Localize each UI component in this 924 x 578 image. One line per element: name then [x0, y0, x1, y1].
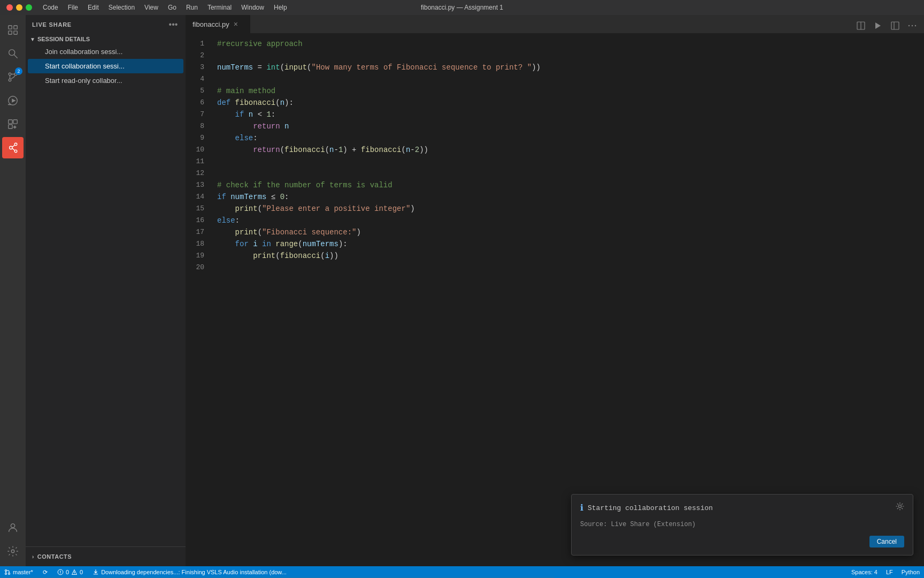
- line-num-2: 2: [186, 50, 209, 62]
- notification-title: ℹ Starting collaboration session: [580, 503, 713, 514]
- line-num-7: 7: [186, 109, 209, 120]
- code-line-8: return n: [217, 120, 920, 132]
- status-git-branch[interactable]: master*: [0, 566, 37, 578]
- svg-point-6: [9, 79, 11, 81]
- svg-point-16: [14, 143, 17, 146]
- traffic-lights: [6, 4, 32, 11]
- svg-point-15: [10, 146, 12, 149]
- session-details-header[interactable]: ▼ SESSION DETAILS: [26, 34, 186, 44]
- menu-code[interactable]: Code: [38, 3, 63, 12]
- code-line-10: return(fibonacci(n-1) + fibonacci(n-2)): [217, 144, 920, 156]
- menu-run[interactable]: Run: [182, 3, 202, 12]
- tab-close-button[interactable]: ×: [233, 19, 239, 29]
- activity-run[interactable]: [2, 90, 24, 111]
- layout-button[interactable]: [888, 18, 903, 33]
- line-numbers: 1 2 3 4 5 6 7 8 9 10 11 12 13 14 15 16 1…: [186, 34, 213, 566]
- close-button[interactable]: [6, 4, 13, 11]
- line-num-13: 13: [186, 179, 209, 191]
- chevron-down-icon: ▼: [30, 36, 35, 42]
- line-num-12: 12: [186, 168, 209, 179]
- line-num-5: 5: [186, 85, 209, 97]
- menu-window[interactable]: Window: [237, 3, 268, 12]
- run-python-button[interactable]: [871, 18, 886, 33]
- svg-point-17: [14, 150, 17, 153]
- more-actions-button[interactable]: [905, 18, 920, 33]
- minimize-button[interactable]: [16, 4, 22, 11]
- line-num-16: 16: [186, 215, 209, 226]
- tab-bar: fibonacci.py ×: [186, 15, 924, 34]
- activity-extensions[interactable]: [2, 113, 24, 135]
- notification-actions: Cancel: [580, 536, 904, 547]
- svg-marker-10: [12, 98, 16, 102]
- status-bar: master* ⟳ 0 0: [0, 566, 924, 578]
- svg-line-5: [14, 55, 18, 58]
- activity-account[interactable]: [2, 517, 24, 538]
- cancel-button[interactable]: Cancel: [869, 536, 904, 547]
- notification-popup: ℹ Starting collaboration session Source:…: [571, 494, 913, 556]
- tab-label: fibonacci.py: [192, 20, 229, 28]
- status-right: Spaces: 4 LF Python: [847, 566, 924, 578]
- svg-point-8: [9, 73, 11, 75]
- sidebar-more-button[interactable]: •••: [167, 19, 179, 31]
- chevron-right-icon: ›: [32, 554, 34, 560]
- status-sync[interactable]: ⟳: [38, 566, 52, 578]
- activity-source-control[interactable]: 2: [2, 66, 24, 88]
- line-num-19: 19: [186, 250, 209, 262]
- status-line-ending[interactable]: LF: [882, 566, 897, 578]
- editor-area: fibonacci.py ×: [186, 15, 924, 566]
- svg-rect-1: [9, 31, 12, 34]
- menu-view[interactable]: View: [140, 3, 163, 12]
- activity-settings[interactable]: [2, 541, 24, 562]
- code-line-12: [217, 168, 920, 179]
- info-icon: ℹ: [580, 503, 583, 514]
- status-errors[interactable]: 0 0: [53, 566, 87, 578]
- svg-rect-14: [9, 125, 12, 128]
- code-editor[interactable]: 1 2 3 4 5 6 7 8 9 10 11 12 13 14 15 16 1…: [186, 34, 924, 566]
- line-num-17: 17: [186, 226, 209, 238]
- code-line-6: def fibonacci(n):: [217, 97, 920, 109]
- sidebar-item-start-collaboration[interactable]: Start collaboration sessi...: [28, 59, 183, 73]
- code-line-4: [217, 73, 920, 85]
- svg-point-29: [915, 25, 916, 26]
- maximize-button[interactable]: [26, 4, 32, 11]
- notification-settings-button[interactable]: [896, 502, 904, 514]
- svg-rect-25: [891, 22, 899, 29]
- code-line-3: numTerms = int(input("How many terms of …: [217, 62, 920, 73]
- line-num-11: 11: [186, 156, 209, 168]
- menu-edit[interactable]: Edit: [83, 3, 103, 12]
- activity-search[interactable]: [2, 43, 24, 64]
- menu-go[interactable]: Go: [164, 3, 181, 12]
- svg-point-28: [912, 25, 913, 26]
- activity-explorer[interactable]: [2, 19, 24, 41]
- menu-bar: Code File Edit Selection View Go Run Ter…: [38, 3, 291, 12]
- status-language[interactable]: Python: [897, 566, 924, 578]
- tab-fibonacci[interactable]: fibonacci.py ×: [186, 15, 250, 33]
- line-num-8: 8: [186, 120, 209, 132]
- activity-bar: 2: [0, 15, 26, 566]
- main-container: 2: [0, 15, 924, 566]
- source-control-badge: 2: [15, 67, 22, 75]
- sidebar-item-start-readonly[interactable]: Start read-only collabor...: [28, 73, 183, 88]
- menu-terminal[interactable]: Terminal: [203, 3, 236, 12]
- code-line-20: [217, 262, 920, 273]
- split-editor-button[interactable]: [853, 18, 868, 33]
- menu-selection[interactable]: Selection: [104, 3, 139, 12]
- svg-rect-12: [9, 120, 12, 124]
- code-line-14: if numTerms ≤ 0:: [217, 191, 920, 203]
- sidebar-item-join[interactable]: Join collaboration sessi...: [28, 44, 183, 59]
- svg-line-19: [12, 148, 15, 150]
- svg-point-38: [74, 573, 74, 574]
- titlebar: Code File Edit Selection View Go Run Ter…: [0, 0, 924, 15]
- contacts-header[interactable]: › CONTACTS: [26, 551, 186, 562]
- code-line-5: # main method: [217, 85, 920, 97]
- svg-rect-3: [14, 31, 17, 34]
- code-content[interactable]: #recursive approach numTerms = int(input…: [213, 34, 924, 566]
- svg-point-21: [11, 550, 14, 553]
- status-spaces[interactable]: Spaces: 4: [847, 566, 882, 578]
- svg-line-18: [12, 145, 15, 147]
- activity-live-share[interactable]: [2, 137, 24, 158]
- code-line-19: print(fibonacci(i)): [217, 250, 920, 262]
- code-line-9: else:: [217, 132, 920, 144]
- menu-help[interactable]: Help: [270, 3, 291, 12]
- menu-file[interactable]: File: [64, 3, 82, 12]
